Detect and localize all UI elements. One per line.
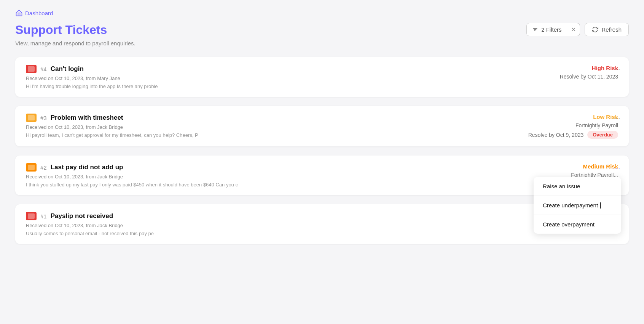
tickets-list: #4 Can't login Received on Oct 10, 2023,… — [15, 57, 629, 253]
ticket-meta-3: Received on Oct 10, 2023, from Jack Brid… — [26, 124, 519, 130]
ticket-meta-4: Received on Oct 10, 2023, from Mary Jane — [26, 75, 519, 81]
more-button-3[interactable]: ⋯ — [613, 114, 621, 123]
ticket-left-4: #4 Can't login Received on Oct 10, 2023,… — [26, 65, 519, 89]
ticket-title-1: Payslip not received — [51, 212, 113, 220]
page-subtitle: View, manage and respond to payroll enqu… — [15, 40, 629, 47]
refresh-icon — [592, 26, 598, 33]
ticket-icon-inner-4 — [28, 66, 35, 72]
ticket-title-row-3: #3 Problem with timesheet — [26, 114, 519, 122]
filter-button-group: 2 Filters ✕ — [526, 23, 580, 36]
ticket-preview-3: Hi payroll team, I can't get approval fo… — [26, 132, 292, 138]
resolve-row-4: Resolve by Oct 11, 2023 — [560, 74, 618, 80]
dropdown-item-raise-issue[interactable]: Raise an issue — [534, 177, 621, 196]
ticket-number-1: #1 — [40, 213, 47, 220]
ticket-icon-3 — [26, 114, 37, 122]
filter-label: 2 Filters — [541, 26, 561, 33]
refresh-label: Refresh — [601, 26, 622, 33]
overdue-badge-3: Overdue — [587, 131, 618, 139]
filter-clear-button[interactable]: ✕ — [567, 24, 580, 35]
ticket-meta-2: Received on Oct 10, 2023, from Jack Brid… — [26, 174, 519, 180]
ticket-icon-1 — [26, 212, 37, 220]
ticket-title-4: Can't login — [51, 65, 84, 73]
filter-button[interactable]: 2 Filters — [527, 23, 567, 36]
ticket-preview-4: Hi I'm having trouble logging into the a… — [26, 83, 292, 89]
ticket-meta-1: Received on Oct 10, 2023, from Jack Brid… — [26, 223, 519, 228]
ticket-preview-1: Usually comes to personal email - not re… — [26, 231, 292, 236]
dropdown-menu: Raise an issue Create underpayment Creat… — [534, 177, 621, 234]
dropdown-item-create-overpayment[interactable]: Create overpayment — [534, 215, 621, 234]
ticket-icon-inner-1 — [28, 213, 35, 219]
ticket-card-wrapper-4: #4 Can't login Received on Oct 10, 2023,… — [15, 57, 629, 101]
ticket-number-4: #4 — [40, 66, 47, 72]
home-icon — [15, 9, 23, 17]
ticket-icon-4 — [26, 65, 37, 73]
ticket-icon-inner-2 — [28, 165, 35, 170]
ticket-number-2: #2 — [40, 164, 47, 171]
ticket-left-2: #2 Last pay did not add up Received on O… — [26, 163, 519, 188]
ticket-number-3: #3 — [40, 115, 47, 121]
page-title: Support Tickets — [15, 23, 107, 37]
cursor-indicator — [600, 202, 605, 209]
ticket-right-4: High Risk Resolve by Oct 11, 2023 — [519, 65, 618, 80]
more-button-4[interactable]: ⋯ — [613, 65, 621, 74]
resolve-date-4: Resolve by Oct 11, 2023 — [560, 74, 618, 80]
ticket-left-3: #3 Problem with timesheet Received on Oc… — [26, 114, 519, 138]
refresh-button[interactable]: Refresh — [585, 23, 629, 36]
ticket-preview-2: I think you stuffed up my last pay I onl… — [26, 182, 292, 188]
resolve-row-3: Resolve by Oct 9, 2023 Overdue — [528, 131, 618, 139]
ticket-title-row-1: #1 Payslip not received — [26, 212, 519, 220]
ticket-icon-inner-3 — [28, 115, 35, 120]
ticket-category-3: Fortnightly Payroll — [575, 122, 618, 128]
ticket-card-3[interactable]: #3 Problem with timesheet Received on Oc… — [15, 106, 629, 146]
breadcrumb[interactable]: Dashboard — [15, 9, 629, 17]
dropdown-item-create-underpayment[interactable]: Create underpayment — [534, 196, 621, 215]
ticket-title-row-2: #2 Last pay did not add up — [26, 163, 519, 172]
filter-icon — [532, 27, 538, 33]
ticket-card-wrapper-2: #2 Last pay did not add up Received on O… — [15, 156, 629, 200]
ticket-icon-2 — [26, 163, 37, 172]
more-button-2[interactable]: ⋯ — [613, 163, 621, 172]
ticket-left-1: #1 Payslip not received Received on Oct … — [26, 212, 519, 236]
ticket-card-4[interactable]: #4 Can't login Received on Oct 10, 2023,… — [15, 57, 629, 97]
ticket-title-3: Problem with timesheet — [51, 114, 123, 122]
ticket-right-3: Low Risk Fortnightly Payroll Resolve by … — [519, 114, 618, 139]
ticket-card-wrapper-3: #3 Problem with timesheet Received on Oc… — [15, 106, 629, 151]
page-header: Support Tickets 2 Filters ✕ Refresh — [15, 23, 629, 37]
header-actions: 2 Filters ✕ Refresh — [526, 23, 629, 36]
ticket-right-2: Medium Risk Fortnightly Payroll... — [519, 163, 618, 178]
resolve-date-3: Resolve by Oct 9, 2023 — [528, 132, 584, 138]
ticket-title-row-4: #4 Can't login — [26, 65, 519, 73]
breadcrumb-label: Dashboard — [25, 10, 53, 16]
ticket-title-2: Last pay did not add up — [51, 164, 123, 171]
